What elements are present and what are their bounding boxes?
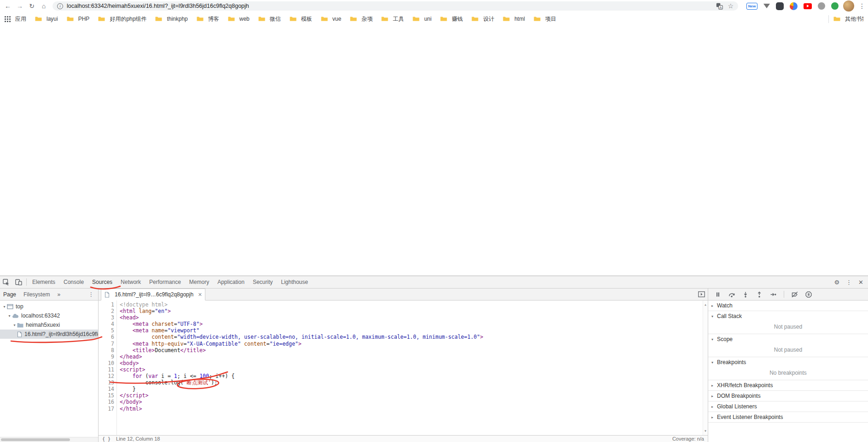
tab-lighthouse[interactable]: Lighthouse (277, 279, 312, 285)
tab-application[interactable]: Application (213, 279, 249, 285)
dark-extension-icon[interactable] (776, 2, 784, 10)
line-number[interactable]: 7 (99, 341, 114, 347)
bookmark-item[interactable]: 项目 (534, 15, 556, 23)
home-button[interactable]: ⌂ (38, 2, 50, 10)
line-number[interactable]: 12 (99, 373, 114, 379)
section-header-dom-breakpoints[interactable]: ▸DOM Breakpoints (708, 391, 868, 401)
section-header-call-stack[interactable]: ▾Call Stack (708, 311, 868, 321)
deactivate-breakpoints-icon[interactable] (792, 291, 798, 298)
translate-icon[interactable]: A (716, 3, 723, 10)
line-number[interactable]: 1 (99, 301, 114, 308)
page-info-icon[interactable]: i (57, 3, 63, 9)
step-into-icon[interactable] (742, 291, 749, 298)
code-editor[interactable]: 1234567891011121314151617 <!doctype html… (99, 301, 708, 435)
expander-icon[interactable]: ▾ (2, 305, 7, 309)
devtools-menu-icon[interactable]: ⋮ (846, 279, 852, 286)
line-number[interactable]: 14 (99, 386, 114, 392)
device-toolbar-icon[interactable] (12, 279, 25, 285)
line-number[interactable]: 11 (99, 366, 114, 373)
bookmark-item[interactable]: web (228, 16, 250, 22)
step-icon[interactable] (770, 291, 776, 298)
close-tab-icon[interactable]: × (198, 291, 202, 298)
code-content[interactable]: <!doctype html><html lang="en"><head> <m… (117, 301, 708, 435)
section-header-scope[interactable]: ▾Scope (708, 334, 868, 344)
scroll-up-icon[interactable]: ▲ (705, 301, 706, 308)
reload-button[interactable]: ↻ (26, 2, 38, 10)
section-header-event-listener-breakpoints[interactable]: ▸Event Listener Breakpoints (708, 412, 868, 422)
line-number[interactable]: 9 (99, 354, 114, 360)
format-code-icon[interactable]: { } (102, 436, 111, 442)
line-number[interactable]: 17 (99, 406, 114, 412)
bookmark-item[interactable]: html (503, 16, 525, 22)
bookmark-item[interactable]: layui (35, 16, 58, 22)
line-number[interactable]: 8 (99, 347, 114, 354)
bookmark-item[interactable]: thinkphp (155, 16, 187, 22)
line-number[interactable]: 6 (99, 334, 114, 340)
expander-icon[interactable]: ▾ (7, 314, 12, 318)
line-number[interactable]: 16 (99, 399, 114, 405)
back-button[interactable]: ← (2, 2, 14, 10)
line-number[interactable]: 2 (99, 308, 114, 314)
tab-memory[interactable]: Memory (185, 279, 213, 285)
pause-on-exceptions-icon[interactable] (805, 291, 812, 298)
chrome-menu-icon[interactable]: ⋮ (856, 2, 868, 10)
line-number[interactable]: 3 (99, 314, 114, 321)
profile-avatar[interactable] (843, 0, 854, 12)
tree-item-top[interactable]: ▾top (0, 302, 98, 311)
step-out-icon[interactable] (756, 291, 763, 298)
bookmark-item[interactable]: 设计 (472, 15, 494, 23)
inspect-element-icon[interactable] (0, 279, 12, 286)
bookmark-item[interactable]: 赚钱 (440, 15, 463, 23)
pause-icon[interactable] (715, 291, 721, 298)
editor-tab[interactable]: 16.html?_ijt=l9…6c9flq2q8gopjh × (101, 289, 205, 301)
tab-network[interactable]: Network (117, 279, 145, 285)
tab-security[interactable]: Security (249, 279, 277, 285)
dropdown-triangle-extension-icon[interactable] (763, 4, 770, 8)
line-number[interactable]: 5 (99, 327, 114, 334)
line-number[interactable]: 13 (99, 379, 114, 386)
line-number[interactable]: 4 (99, 321, 114, 327)
green-extension-icon[interactable] (831, 2, 839, 10)
navigator-overflow-icon[interactable]: » (57, 291, 60, 298)
bookmark-item[interactable]: 博客 (197, 15, 219, 23)
bookmark-item[interactable]: uni (413, 16, 431, 22)
address-bar[interactable]: i localhost:63342/heimah5xuexi/16.html?_… (52, 1, 738, 11)
tree-item-heimah5xuexi[interactable]: ▾heimah5xuexi (0, 320, 98, 330)
youtube-extension-icon[interactable] (804, 3, 812, 9)
bookmark-star-icon[interactable]: ☆ (728, 2, 734, 10)
bookmark-item[interactable]: PHP (67, 16, 90, 22)
section-header-global-listeners[interactable]: ▸Global Listeners (708, 401, 868, 412)
gray-extension-icon[interactable] (818, 2, 825, 10)
editor-vscrollbar[interactable]: ▲ ▼ (703, 301, 708, 435)
bookmark-item[interactable]: vue (321, 16, 341, 22)
url-text[interactable]: localhost:63342/heimah5xuexi/16.html?_ij… (67, 3, 711, 9)
settings-gear-icon[interactable]: ⚙ (834, 279, 839, 286)
bookmark-item[interactable]: 应用 (5, 15, 26, 23)
section-header-xhr-fetch-breakpoints[interactable]: ▸XHR/fetch Breakpoints (708, 380, 868, 390)
forward-button[interactable]: → (14, 2, 26, 10)
tree-item-16-html[interactable]: 16.html?_ijt=l9rdl3h56jd16c9flq2q8gopjh (0, 330, 98, 339)
scrollbar-thumb[interactable] (1, 438, 70, 441)
bookmark-item[interactable]: 好用的php组件 (98, 15, 146, 23)
line-number[interactable]: 15 (99, 392, 114, 399)
toggle-sidebar-icon[interactable] (698, 291, 705, 297)
tab-elements[interactable]: Elements (28, 279, 59, 285)
bookmark-item[interactable]: 杂项 (350, 15, 373, 23)
other-bookmarks[interactable]: 其他书签 (828, 15, 863, 23)
tab-console[interactable]: Console (59, 279, 88, 285)
tree-item-localhost-63342[interactable]: ▾localhost:63342 (0, 311, 98, 320)
section-header-watch[interactable]: ▸Watch (708, 301, 868, 311)
devtools-close-icon[interactable]: ✕ (858, 279, 863, 286)
navigator-hscrollbar[interactable] (0, 437, 98, 442)
expander-icon[interactable]: ▾ (12, 323, 17, 327)
line-number[interactable]: 10 (99, 360, 114, 366)
scroll-down-icon[interactable]: ▼ (705, 428, 706, 434)
navigator-tab-filesystem[interactable]: Filesystem (23, 291, 50, 298)
bookmark-item[interactable]: 微信 (258, 15, 281, 23)
tab-performance[interactable]: Performance (145, 279, 185, 285)
step-over-icon[interactable] (728, 291, 735, 298)
line-number-gutter[interactable]: 1234567891011121314151617 (99, 301, 117, 435)
colorful-extension-icon[interactable] (790, 2, 798, 10)
navigator-tab-page[interactable]: Page (3, 291, 16, 298)
new-badge-extension-icon[interactable]: New (746, 3, 757, 10)
